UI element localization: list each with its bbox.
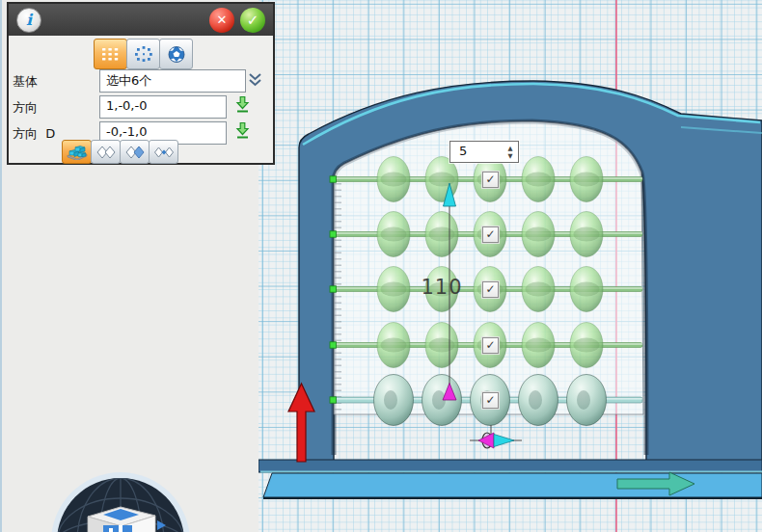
base-label: 基体 xyxy=(13,73,38,91)
button-diamond-spacing[interactable] xyxy=(149,140,178,164)
row-include-checkbox[interactable]: ✓ xyxy=(482,392,499,409)
bead-waist-shade xyxy=(574,282,600,297)
rod-anchor-point[interactable] xyxy=(330,231,336,237)
bead-waist-shade xyxy=(381,173,407,187)
direction-d-handle[interactable] xyxy=(470,425,522,448)
pick-direction-icon[interactable] xyxy=(234,95,251,114)
row-include-checkbox[interactable]: ✓ xyxy=(482,337,499,354)
bead-waist-shade xyxy=(574,227,600,242)
view-cube[interactable] xyxy=(49,472,192,532)
expand-chevron-icon[interactable] xyxy=(248,72,262,88)
bead-waist-shade xyxy=(381,282,407,297)
cancel-button[interactable]: ✕ xyxy=(209,8,234,33)
bead-waist-shade xyxy=(429,227,455,242)
sphere-pattern-icon xyxy=(168,46,185,63)
circular-pattern-icon xyxy=(135,46,152,62)
button-diamond-pair[interactable] xyxy=(91,140,121,164)
button-pattern-instances[interactable] xyxy=(62,140,92,164)
tab-sphere-pattern[interactable] xyxy=(159,39,193,69)
tab-linear-pattern[interactable] xyxy=(94,39,127,69)
rod-anchor-point[interactable] xyxy=(330,176,336,182)
info-icon[interactable]: i xyxy=(16,8,41,33)
direction-field[interactable]: 1,-0,-0 xyxy=(99,95,227,119)
window-left-edge xyxy=(0,0,2,532)
bead-waist-shade xyxy=(429,173,455,187)
bead-waist-shade xyxy=(526,282,552,297)
direction-label: 方向 xyxy=(13,99,38,117)
row-include-checkbox[interactable]: ✓ xyxy=(482,172,499,188)
confirm-button[interactable]: ✓ xyxy=(240,8,265,33)
count-value[interactable]: 5 xyxy=(450,142,503,162)
bead-waist-shade xyxy=(381,338,407,353)
dialog-titlebar[interactable]: i ✕ ✓ xyxy=(9,4,273,36)
bead-hole-shade xyxy=(577,390,590,410)
bead-waist-shade xyxy=(574,338,600,353)
dimension-value-label: 110 xyxy=(415,276,469,299)
bead-waist-shade xyxy=(526,338,552,353)
bead-waist-shade xyxy=(526,227,552,242)
bead-hole-shade xyxy=(529,390,542,410)
rod-anchor-point[interactable] xyxy=(330,286,336,292)
pattern-dialog: i ✕ ✓ 基体 选中6个 方向 1,-0,-0 xyxy=(7,2,275,165)
diamond-fill-icon xyxy=(124,145,146,160)
tab-circular-pattern[interactable] xyxy=(126,39,160,69)
bead-waist-shade xyxy=(429,338,455,353)
spinner-down-icon[interactable]: ▼ xyxy=(508,153,513,159)
row-include-checkbox[interactable]: ✓ xyxy=(482,226,499,243)
rod-anchor-point[interactable] xyxy=(330,342,336,348)
bead-hole-shade xyxy=(384,390,397,410)
pattern-instances-icon xyxy=(67,144,88,160)
direction-d-label: 方向 D xyxy=(13,125,55,143)
bead-waist-shade xyxy=(574,173,600,187)
row-include-checkbox[interactable]: ✓ xyxy=(482,281,499,298)
bead-waist-shade xyxy=(526,173,552,187)
rod-anchor-point[interactable] xyxy=(330,397,336,403)
button-diamond-fill[interactable] xyxy=(120,140,150,164)
bead-waist-shade xyxy=(381,227,407,242)
diamond-spacing-icon xyxy=(153,145,175,160)
abacus-base[interactable] xyxy=(259,460,762,498)
diamond-pair-icon xyxy=(95,145,117,160)
linear-pattern-icon xyxy=(102,48,119,61)
count-spinner[interactable]: 5 ▲ ▼ xyxy=(449,141,519,163)
base-field[interactable]: 选中6个 xyxy=(99,69,246,93)
spinner-up-icon[interactable]: ▲ xyxy=(508,146,513,151)
pick-direction-d-icon[interactable] xyxy=(234,121,251,140)
